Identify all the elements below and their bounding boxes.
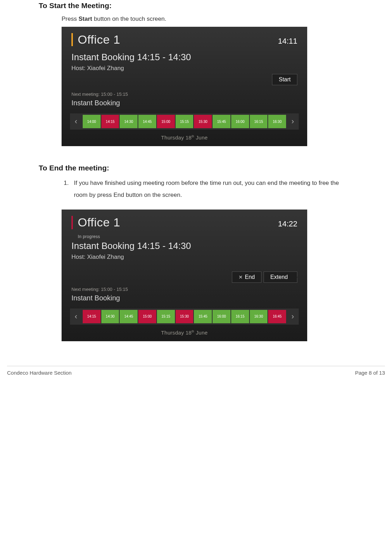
room-name: Office 1 — [71, 33, 120, 46]
timeline-next-button[interactable]: › — [287, 308, 299, 325]
next-meeting-time: Next meeting: 15:00 - 15:15 — [71, 92, 297, 97]
close-icon: ✕ — [239, 274, 243, 280]
chevron-left-icon: ‹ — [75, 117, 77, 126]
chevron-right-icon: › — [291, 312, 294, 321]
timeline-prev-button[interactable]: ‹ — [70, 308, 82, 325]
end-button-label: End — [245, 274, 255, 280]
timeline-slot[interactable]: 16:00 — [213, 310, 230, 323]
timeline-slot[interactable]: 14:15 — [101, 115, 119, 128]
extend-button[interactable]: Extend — [264, 272, 297, 283]
timeline-next-button[interactable]: › — [287, 113, 299, 130]
timeline-slot[interactable]: 16:15 — [250, 115, 268, 128]
date-suffix: th — [192, 330, 194, 333]
timeline-slot[interactable]: 15:00 — [138, 310, 156, 323]
date-month: June — [194, 135, 208, 141]
date-day: Thursday 18 — [161, 135, 192, 141]
timeline-prev-button[interactable]: ‹ — [70, 113, 82, 130]
chevron-left-icon: ‹ — [75, 312, 77, 321]
page-footer: Condeco Hardware Section Page 8 of 13 — [7, 366, 385, 376]
section-heading-end: To End the meeting: — [39, 164, 353, 172]
timeline-slot[interactable]: 14:15 — [83, 310, 101, 323]
next-meeting-name: Instant Booking — [71, 294, 297, 302]
text-suffix: button on the touch screen. — [92, 15, 166, 22]
current-meeting-title: Instant Booking 14:15 - 14:30 — [71, 241, 297, 251]
end-step-1: If you have finished using meeting room … — [70, 177, 353, 201]
clock: 14:22 — [278, 219, 297, 229]
start-button[interactable]: Start — [272, 74, 297, 85]
timeline-slot[interactable]: 15:15 — [176, 115, 194, 128]
timeline-slot[interactable]: 15:30 — [194, 115, 212, 128]
end-steps-list: If you have finished using meeting room … — [70, 177, 353, 201]
end-button[interactable]: ✕ End — [232, 272, 261, 283]
meeting-host: Host: Xiaofei Zhang — [71, 65, 297, 72]
meeting-host: Host: Xiaofei Zhang — [71, 254, 297, 261]
timeline-slot[interactable]: 15:30 — [176, 310, 194, 323]
room-screen-end: Office 1 14:22 In progress Instant Booki… — [62, 210, 307, 341]
date-label: Thursday 18th June — [71, 135, 297, 141]
timeline-slot[interactable]: 16:15 — [231, 310, 249, 323]
date-suffix: th — [192, 135, 194, 138]
next-meeting-name: Instant Booking — [71, 99, 297, 107]
instruction-start: Press Start button on the touch screen. — [62, 15, 353, 23]
current-meeting-title: Instant Booking 14:15 - 14:30 — [71, 52, 297, 63]
timeline-slot[interactable]: 16:30 — [268, 115, 286, 128]
timeline-slot[interactable]: 14:30 — [101, 310, 119, 323]
footer-section-name: Condeco Hardware Section — [7, 370, 71, 376]
status-in-progress: In progress — [78, 234, 297, 239]
timeline-slot[interactable]: 14:45 — [120, 310, 138, 323]
timeline: ‹ 14:1514:3014:4515:0015:1515:3015:4516:… — [70, 308, 299, 325]
timeline-slot[interactable]: 15:45 — [213, 115, 230, 128]
timeline: ‹ 14:0014:1514:3014:4515:0015:1515:3015:… — [70, 113, 299, 130]
timeline-slot[interactable]: 16:30 — [250, 310, 268, 323]
clock: 14:11 — [278, 37, 297, 46]
date-label: Thursday 18th June — [71, 330, 297, 336]
timeline-slot[interactable]: 16:45 — [268, 310, 286, 323]
timeline-slot[interactable]: 15:00 — [157, 115, 175, 128]
timeline-slot[interactable]: 14:00 — [83, 115, 101, 128]
timeline-slot[interactable]: 14:30 — [120, 115, 138, 128]
section-heading-start: To Start the Meeting: — [39, 1, 353, 10]
text-bold: Start — [78, 15, 92, 22]
text-prefix: Press — [62, 15, 78, 22]
timeline-slot[interactable]: 14:45 — [138, 115, 156, 128]
extend-button-label: Extend — [270, 274, 288, 280]
room-name: Office 1 — [71, 216, 120, 229]
next-meeting-time: Next meeting: 15:00 - 15:15 — [71, 287, 297, 292]
timeline-slot[interactable]: 15:45 — [194, 310, 212, 323]
timeline-slot[interactable]: 16:00 — [231, 115, 249, 128]
timeline-slot[interactable]: 15:15 — [157, 310, 175, 323]
footer-page-number: Page 8 of 13 — [355, 370, 385, 376]
chevron-right-icon: › — [291, 117, 294, 126]
date-day: Thursday 18 — [161, 330, 192, 336]
room-screen-start: Office 1 14:11 Instant Booking 14:15 - 1… — [62, 27, 307, 146]
date-month: June — [194, 330, 208, 336]
